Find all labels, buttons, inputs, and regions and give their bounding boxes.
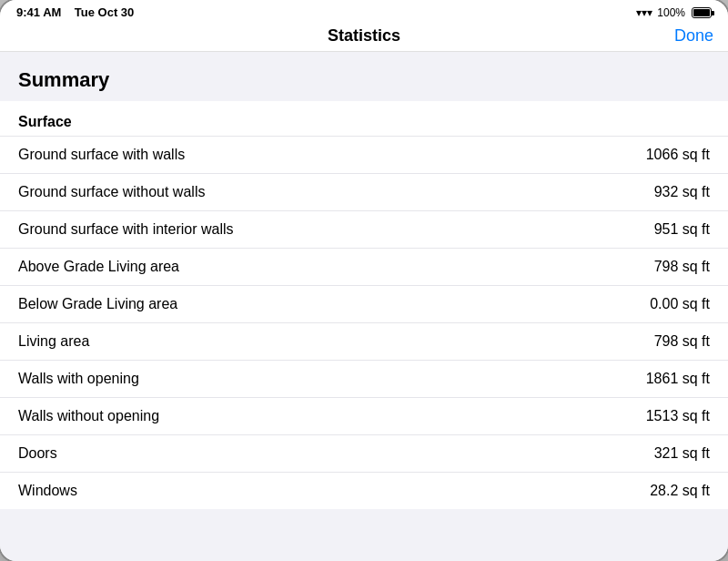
- row-value: 932 sq ft: [654, 184, 710, 200]
- table-row: Living area798 sq ft: [0, 322, 728, 360]
- table-row: Walls without opening1513 sq ft: [0, 397, 728, 434]
- status-bar: 9:41 AM Tue Oct 30 ▾▾▾ 100%: [0, 0, 728, 21]
- status-right: ▾▾▾ 100%: [636, 6, 712, 19]
- status-time: 9:41 AM: [16, 5, 61, 19]
- table-row: Ground surface with walls1066 sq ft: [0, 136, 728, 173]
- status-time-date: 9:41 AM Tue Oct 30: [16, 5, 134, 19]
- battery-percent: 100%: [657, 6, 685, 19]
- status-date: Tue Oct 30: [75, 5, 135, 19]
- rows-container: Ground surface with walls1066 sq ftGroun…: [0, 136, 728, 509]
- row-label: Below Grade Living area: [18, 296, 177, 312]
- row-value: 951 sq ft: [654, 221, 710, 238]
- ipad-frame: 9:41 AM Tue Oct 30 ▾▾▾ 100% Statistics D…: [0, 0, 728, 561]
- table-row: Doors321 sq ft: [0, 434, 728, 472]
- row-label: Doors: [18, 445, 57, 462]
- row-value: 798 sq ft: [654, 333, 710, 350]
- battery-icon: [692, 7, 712, 18]
- row-value: 0.00 sq ft: [650, 296, 710, 312]
- table-row: Above Grade Living area798 sq ft: [0, 248, 728, 285]
- content-area: Summary Surface Ground surface with wall…: [0, 52, 728, 561]
- section-title: Summary: [18, 68, 109, 91]
- row-label: Walls with opening: [18, 371, 139, 387]
- table-row: Walls with opening1861 sq ft: [0, 360, 728, 397]
- subsection-title: Surface: [18, 114, 72, 129]
- table-section: Surface Ground surface with walls1066 sq…: [0, 101, 728, 509]
- row-label: Ground surface with walls: [18, 147, 185, 163]
- row-value: 321 sq ft: [654, 445, 710, 462]
- row-value: 28.2 sq ft: [650, 483, 710, 499]
- done-button[interactable]: Done: [674, 26, 713, 46]
- row-label: Ground surface without walls: [18, 184, 205, 200]
- row-label: Windows: [18, 483, 77, 499]
- row-value: 1066 sq ft: [646, 147, 710, 163]
- table-row: Below Grade Living area0.00 sq ft: [0, 285, 728, 322]
- table-row: Ground surface without walls932 sq ft: [0, 173, 728, 210]
- row-label: Living area: [18, 333, 89, 350]
- table-row: Windows28.2 sq ft: [0, 472, 728, 509]
- nav-title: Statistics: [328, 26, 400, 46]
- wifi-icon: ▾▾▾: [636, 6, 652, 19]
- row-label: Above Grade Living area: [18, 259, 179, 275]
- row-value: 798 sq ft: [654, 259, 710, 275]
- section-header: Summary: [0, 52, 728, 101]
- table-row: Ground surface with interior walls951 sq…: [0, 210, 728, 248]
- row-value: 1513 sq ft: [646, 408, 710, 424]
- row-label: Ground surface with interior walls: [18, 221, 234, 238]
- nav-bar: Statistics Done: [0, 21, 728, 52]
- subsection-header: Surface: [0, 101, 728, 136]
- row-label: Walls without opening: [18, 408, 159, 424]
- row-value: 1861 sq ft: [646, 371, 710, 387]
- bottom-spacer: [0, 509, 728, 527]
